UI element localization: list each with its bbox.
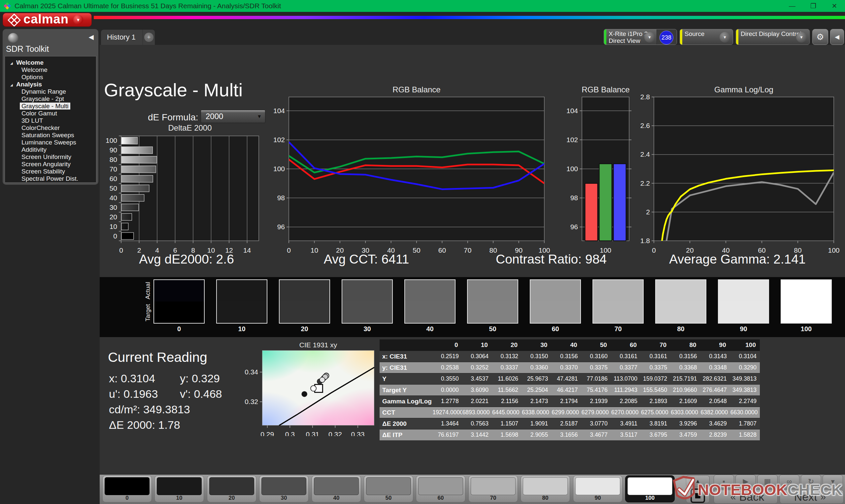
meter-dropdown[interactable]: X-Rite i1Pro 2Direct View ▼ 238 xyxy=(604,29,677,45)
pattern-window-size-button[interactable] xyxy=(686,488,710,503)
swatch-30 xyxy=(341,280,393,324)
sidebar-item-luminance-sweeps[interactable]: Luminance Sweeps xyxy=(5,139,96,146)
swatch-actual-color xyxy=(154,280,204,302)
sidebar-item-3d-lut[interactable]: 3D LUT xyxy=(5,117,96,124)
table-cell: 0.3348 xyxy=(700,362,730,373)
svg-text:60: 60 xyxy=(438,246,446,254)
swatch-80 xyxy=(655,280,706,324)
minimize-icon[interactable]: — xyxy=(781,0,803,12)
display-control-dropdown[interactable]: Direct Display Control ▼ xyxy=(736,29,810,45)
table-cell: 3.4537 xyxy=(462,373,492,384)
table-cell: 2.9055 xyxy=(522,430,551,441)
sidebar-item-screen-stability[interactable]: Screen Stability xyxy=(5,168,96,175)
pattern-button-70[interactable]: 70 xyxy=(469,475,518,502)
table-row: ΔE 20001.34640.75631.15071.90912.51873.0… xyxy=(380,418,760,430)
pattern-button-90[interactable]: 90 xyxy=(573,475,622,502)
swatch-actual-color xyxy=(217,280,267,302)
swatch-actual-color xyxy=(280,280,330,302)
pattern-tool-button-0[interactable]: ▪ xyxy=(714,475,734,488)
table-cell: 6279.0000 xyxy=(581,407,611,418)
sidebar-collapse-icon[interactable]: ◀ xyxy=(89,33,94,41)
sidebar-item-grayscale-multi[interactable]: Grayscale - Multi xyxy=(5,103,96,110)
current-reading-row: cd/m²: 349.3813 xyxy=(109,403,190,416)
sidebar-item-dynamic-range[interactable]: Dynamic Range xyxy=(5,88,96,95)
table-cell: 0.2538 xyxy=(432,362,462,373)
table-cell: 0.3104 xyxy=(730,351,760,362)
expander-icon[interactable]: ◢ xyxy=(10,82,15,89)
sidebar-item-screen-uniformity[interactable]: Screen Uniformity xyxy=(5,154,96,161)
pattern-button-100[interactable]: 100 xyxy=(625,475,675,502)
tab-history-1[interactable]: History 1 xyxy=(101,30,143,45)
pattern-scroll-up-button[interactable]: ▲ xyxy=(686,475,710,487)
table-row-label: y: CIE31 xyxy=(380,362,432,373)
pattern-button-30[interactable]: 30 xyxy=(259,475,309,502)
svg-text:2.2: 2.2 xyxy=(640,179,650,187)
swatch-target-color xyxy=(593,302,643,323)
sidebar-orb-button[interactable] xyxy=(8,33,18,43)
table-cell: 0.3161 xyxy=(641,351,670,362)
expander-icon[interactable]: ◢ xyxy=(10,60,15,67)
table-cell: 6275.0000 xyxy=(641,407,670,418)
add-tab-button[interactable]: + xyxy=(143,30,155,45)
swatch-level-label: 100 xyxy=(781,325,832,333)
swatch-target-color xyxy=(280,302,330,323)
calman-logo-button[interactable]: calman ▼ xyxy=(3,13,92,27)
table-cell: 25.2504 xyxy=(522,384,551,396)
table-cell: 0.3360 xyxy=(522,362,551,373)
pattern-button-60[interactable]: 60 xyxy=(416,475,465,502)
sidebar-item-color-gamut[interactable]: Color Gamut xyxy=(5,110,96,117)
rgb-balance-line-chart: 96981001021040102030405060708090100 xyxy=(267,91,551,256)
sidebar-item-saturation-sweeps[interactable]: Saturation Sweeps xyxy=(5,132,96,139)
chevron-left-icon: « xyxy=(730,491,736,502)
reading-value: v': 0.468 xyxy=(180,388,222,400)
sidebar-item-screen-angularity[interactable]: Screen Angularity xyxy=(5,161,96,168)
pattern-button-20[interactable]: 20 xyxy=(207,475,257,502)
settings-button[interactable]: ⚙ xyxy=(812,29,828,45)
pattern-tool-button-2[interactable]: ▦ xyxy=(757,475,778,488)
sidebar-item-welcome[interactable]: Welcome xyxy=(5,66,96,74)
pattern-tool-button-3[interactable]: ∞ xyxy=(779,475,799,488)
source-dropdown[interactable]: Source ▼ xyxy=(680,29,733,45)
collapse-panel-button[interactable]: ◀ xyxy=(830,29,844,45)
pattern-tool-button-4[interactable]: ↻ xyxy=(801,475,821,488)
table-column-header: 70 xyxy=(641,339,670,351)
sidebar-item-options[interactable]: Options xyxy=(5,74,96,81)
table-cell: 2.1893 xyxy=(641,396,670,407)
close-icon[interactable]: ✕ xyxy=(824,0,845,12)
sidebar-item-analysis[interactable]: ◢Analysis xyxy=(5,81,96,88)
svg-text:50: 50 xyxy=(110,184,117,192)
reading-value: x: 0.3104 xyxy=(109,372,155,384)
pattern-button-0[interactable]: 0 xyxy=(102,475,152,502)
pattern-tool-button-1[interactable]: ▶ xyxy=(735,475,756,488)
pattern-button-10[interactable]: 10 xyxy=(155,475,204,502)
pattern-button-50[interactable]: 50 xyxy=(364,475,413,502)
swatch-level-label: 10 xyxy=(216,325,267,333)
next-button[interactable]: Next » xyxy=(780,490,844,504)
pattern-button-40[interactable]: 40 xyxy=(312,475,361,502)
maximize-icon[interactable]: ❐ xyxy=(803,0,824,12)
table-cell: 3.1442 xyxy=(462,430,492,441)
pattern-button-80[interactable]: 80 xyxy=(521,475,570,502)
pattern-chip xyxy=(575,477,620,495)
logo-menu-chevron-icon[interactable]: ▼ xyxy=(73,15,83,25)
back-button[interactable]: « Back xyxy=(714,490,778,504)
sidebar-item-spectral-power-dist-[interactable]: Spectral Power Dist. xyxy=(5,175,96,182)
sidebar-item-colorchecker[interactable]: ColorChecker xyxy=(5,124,96,132)
table-cell: 47.4281 xyxy=(551,373,581,384)
rgb-balance-bar-chart: 9698100102104100 xyxy=(561,91,644,256)
swatch-actual-color xyxy=(656,280,706,302)
pattern-tool-button-5[interactable]: ▾ xyxy=(823,475,843,488)
table-column-header: 100 xyxy=(730,339,760,351)
meter-label: X-Rite i1Pro 2Direct View xyxy=(609,30,648,44)
table-row-label: x: CIE31 xyxy=(380,351,432,362)
app-logo-icon xyxy=(3,2,11,10)
swatch-target-color xyxy=(342,302,392,323)
table-cell: 0.3132 xyxy=(492,351,522,362)
sidebar-item-grayscale-2pt[interactable]: Grayscale - 2pt xyxy=(5,95,96,103)
sidebar-item-additivity[interactable]: Additivity xyxy=(5,146,96,154)
table-cell: 215.7191 xyxy=(670,373,700,384)
sidebar-item-welcome[interactable]: ◢Welcome xyxy=(5,59,96,66)
de-formula-select[interactable]: 2000 ▼ xyxy=(201,110,265,123)
pattern-level-label: 30 xyxy=(260,495,308,501)
table-cell: 25.9673 xyxy=(522,373,551,384)
